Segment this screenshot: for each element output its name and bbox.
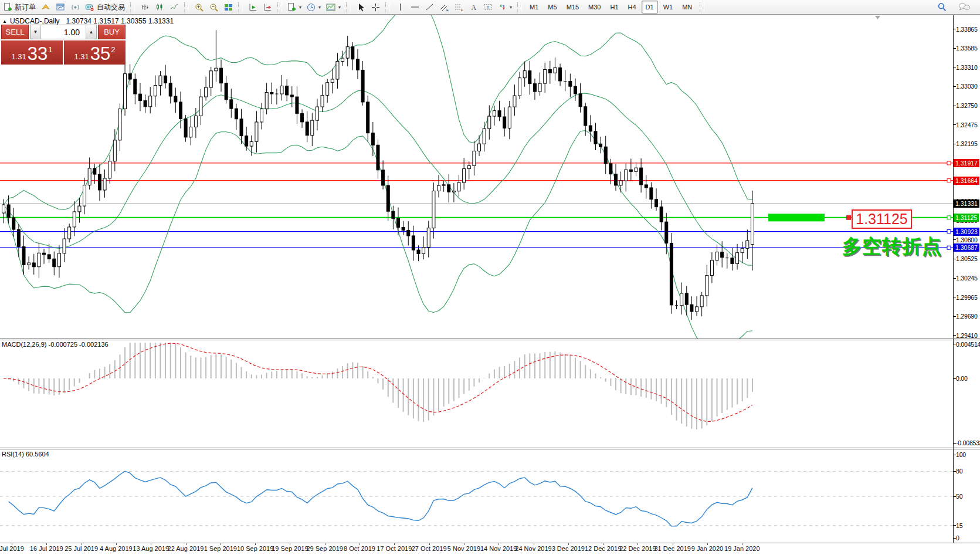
buy-price-small: 1.31 <box>74 52 89 61</box>
chevron-down-icon: ▾ <box>318 5 321 10</box>
metaeditor-icon <box>41 3 50 11</box>
price-axis-label: 1.33030 <box>956 82 978 90</box>
search-button[interactable] <box>935 1 949 13</box>
zoom-out-button[interactable] <box>206 1 221 13</box>
chevron-down-icon: ▾ <box>299 5 301 10</box>
arrows-button[interactable]: ▾ <box>496 1 514 13</box>
volume-increase-button[interactable]: ▲ <box>86 25 96 39</box>
trendline-button[interactable] <box>422 1 436 13</box>
text-label-button[interactable]: T <box>481 1 495 13</box>
horizontal-line-button[interactable] <box>408 1 422 13</box>
toolbar-separator <box>385 2 390 12</box>
signals-button[interactable] <box>68 1 82 13</box>
time-axis-label: 22 Aug 2019 <box>168 545 204 552</box>
price-axis-tick <box>953 259 956 259</box>
tile-windows-button[interactable] <box>221 1 235 13</box>
time-axis-label: 24 Nov 2019 <box>515 545 551 552</box>
svg-text:T: T <box>487 5 490 10</box>
metaeditor-button[interactable] <box>39 1 53 13</box>
price-axis-tick <box>953 297 956 297</box>
periods-button[interactable]: ▾ <box>304 1 323 13</box>
sell-price-small: 1.31 <box>11 52 26 61</box>
panel-separator <box>0 449 980 449</box>
price-level-badge: 1.31664 <box>954 177 979 185</box>
panel-separator[interactable] <box>0 448 980 448</box>
new-order-button[interactable]: 新订单 <box>1 1 38 13</box>
rsi-axis-tick <box>953 455 956 455</box>
rsi-panel-canvas[interactable] <box>0 450 953 542</box>
time-axis-label: 17 Oct 2019 <box>377 545 412 552</box>
indicators-button[interactable]: ▾ <box>285 1 304 13</box>
chart-symbol-period: USDCAD-,Daily <box>10 17 60 25</box>
price-axis-label: 1.33865 <box>956 25 978 33</box>
price-annotation-label[interactable]: 1.31125 <box>852 209 912 229</box>
new-chart-button[interactable] <box>53 1 67 13</box>
timeframe-button-m5[interactable]: M5 <box>544 1 561 13</box>
volume-decrease-button[interactable]: ▼ <box>30 25 41 39</box>
time-axis-label: 13 Aug 2019 <box>133 545 169 552</box>
equidistant-channel-button[interactable]: E <box>437 1 451 13</box>
chat-button[interactable] <box>956 1 973 13</box>
toolbar-separator <box>700 2 704 12</box>
cursor-button[interactable] <box>354 1 368 13</box>
timeframe-button-w1[interactable]: W1 <box>659 1 677 13</box>
price-axis-tick <box>953 48 956 49</box>
fibonacci-button[interactable]: F <box>452 1 466 13</box>
time-axis-label: 31 Dec 2019 <box>654 545 690 552</box>
buy-price-big: 35 <box>90 45 110 63</box>
chinese-annotation[interactable]: 多空转折点 <box>842 233 942 260</box>
autotrading-button[interactable]: 自动交易 <box>83 1 127 13</box>
toolbar-separator <box>277 2 282 12</box>
macd-panel-canvas[interactable] <box>0 341 953 448</box>
bar-chart-button[interactable] <box>138 1 152 13</box>
tile-windows-icon <box>224 4 233 11</box>
timeframe-button-h4[interactable]: H4 <box>624 1 640 13</box>
vertical-line-icon <box>396 3 404 11</box>
chart-shift-button[interactable] <box>260 1 274 13</box>
rsi-axis-tick <box>953 538 956 539</box>
sell-price[interactable]: 1.31 33 1 <box>1 40 63 65</box>
text-icon: A <box>470 3 477 11</box>
one-click-trading-panel[interactable]: SELL ▼ 1.00 ▲ BUY 1.31 33 1 1.31 35 2 <box>1 25 126 65</box>
line-chart-button[interactable] <box>167 1 181 13</box>
toolbar-separator <box>346 2 351 12</box>
indicators-icon <box>287 3 296 12</box>
time-axis-label: 16 Jul 2019 <box>30 545 63 552</box>
auto-scroll-button[interactable] <box>246 1 260 13</box>
zoom-out-icon <box>209 3 218 12</box>
main-chart-canvas[interactable] <box>0 15 953 339</box>
price-axis-tick <box>953 278 956 279</box>
sell-button[interactable]: SELL <box>1 25 29 39</box>
timeframe-button-h1[interactable]: H1 <box>606 1 622 13</box>
macd-axis-label: 0.004514 <box>956 340 980 348</box>
timeframe-button-d1[interactable]: D1 <box>642 1 658 13</box>
sell-price-pip: 1 <box>48 45 52 54</box>
timeframe-button-m30[interactable]: M30 <box>584 1 605 13</box>
price-axis-label: 1.29690 <box>956 312 978 320</box>
time-axis-label: 1 Sep 2019 <box>204 545 237 552</box>
chart-title: ▲ USDCAD-,Daily 1.30734 1.31517 1.30355 … <box>2 17 174 25</box>
volume-input[interactable]: 1.00 <box>41 25 86 39</box>
crosshair-icon <box>371 3 380 12</box>
svg-text:F: F <box>461 8 463 12</box>
templates-button[interactable]: ▾ <box>324 1 343 13</box>
timeframe-button-m15[interactable]: M15 <box>562 1 583 13</box>
new-order-label: 新订单 <box>15 2 36 12</box>
auto-scroll-icon <box>249 3 257 11</box>
volume-stepper[interactable]: ▼ 1.00 ▲ <box>30 25 97 39</box>
text-button[interactable]: A <box>466 1 480 13</box>
candlestick-chart-button[interactable] <box>152 1 167 13</box>
time-axis-label: 8 Oct 2019 <box>344 545 375 552</box>
price-axis-tick <box>953 144 956 144</box>
chevron-down-icon: ▾ <box>510 5 512 10</box>
timeframe-button-mn[interactable]: MN <box>678 1 696 13</box>
timeframe-button-m1[interactable]: M1 <box>525 1 542 13</box>
panel-separator[interactable] <box>0 339 980 339</box>
crosshair-button[interactable] <box>368 1 382 13</box>
buy-price[interactable]: 1.31 35 2 <box>64 40 126 65</box>
vertical-line-button[interactable] <box>393 1 407 13</box>
zoom-in-button[interactable] <box>192 1 206 13</box>
buy-button[interactable]: BUY <box>98 25 126 39</box>
autotrading-label: 自动交易 <box>97 2 125 12</box>
autotrading-icon <box>85 3 94 12</box>
